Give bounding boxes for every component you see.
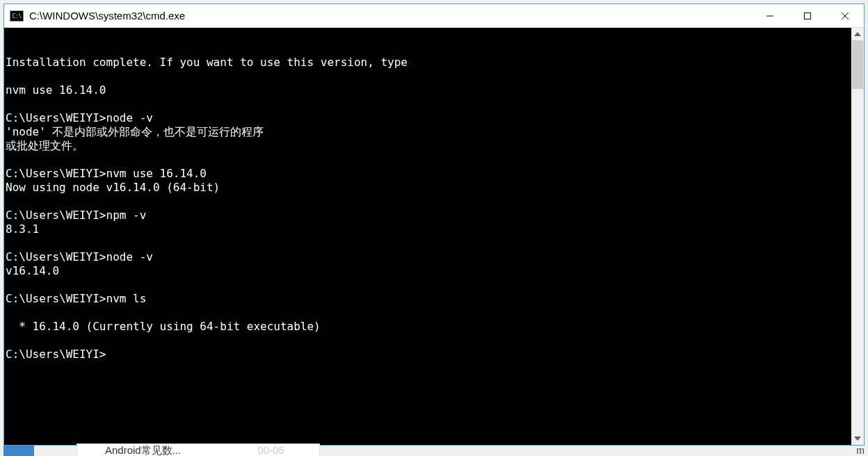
scroll-down-arrow[interactable] [851, 432, 864, 445]
vertical-scrollbar[interactable] [851, 28, 864, 445]
maximize-button[interactable] [789, 4, 826, 27]
background-timestamp: 00-05 [257, 444, 284, 456]
scroll-up-arrow[interactable] [851, 28, 864, 40]
scroll-track[interactable] [851, 40, 864, 432]
terminal-output[interactable]: Installation complete. If you want to us… [4, 28, 851, 445]
svg-rect-1 [805, 13, 811, 19]
minimize-button[interactable] [751, 4, 789, 27]
window-controls [751, 4, 864, 27]
close-button[interactable] [826, 4, 864, 27]
cmd-icon: C:\ [10, 10, 24, 22]
content-area: Installation complete. If you want to us… [4, 28, 864, 445]
window-title: C:\WINDOWS\system32\cmd.exe [29, 10, 751, 22]
taskbar-fragment [3, 446, 34, 456]
cmd-window: C:\ C:\WINDOWS\system32\cmd.exe Installa… [3, 3, 865, 446]
background-right-m: m [856, 445, 865, 456]
scroll-thumb[interactable] [852, 40, 863, 89]
background-card-text: Android常见数... [105, 444, 181, 456]
titlebar[interactable]: C:\ C:\WINDOWS\system32\cmd.exe [4, 4, 864, 28]
